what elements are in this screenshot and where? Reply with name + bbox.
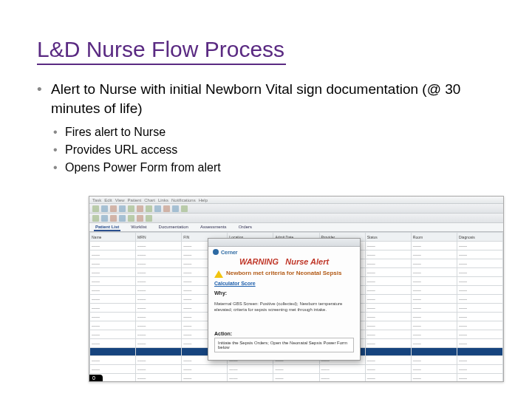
table-row[interactable]: ––––––––––––––––––––––––––––––––––––: [90, 374, 503, 383]
action-body[interactable]: Initiate the Sepsis Orders; Open the Neo…: [214, 338, 354, 352]
toolbar-row-1: [89, 204, 503, 214]
table-cell: ––––: [273, 365, 319, 374]
table-cell: [411, 348, 457, 356]
bullet-sub-3: Opens Power Form from alert: [53, 159, 495, 177]
table-cell: ––––: [411, 356, 457, 365]
dialog-titlebar[interactable]: [208, 239, 360, 247]
table-cell: ––––: [319, 374, 365, 383]
tool-icon[interactable]: [101, 215, 108, 222]
table-cell: ––––: [365, 286, 411, 295]
tool-icon[interactable]: [128, 205, 134, 212]
table-cell: ––––: [90, 304, 136, 313]
table-cell: ––––: [457, 242, 502, 250]
table-cell: ––––: [365, 356, 411, 365]
menu-patient[interactable]: Patient: [128, 198, 142, 202]
menu-help[interactable]: Help: [199, 198, 208, 202]
table-cell: ––––: [457, 268, 502, 277]
table-cell: ––––: [319, 365, 365, 374]
col-h[interactable]: Status: [365, 233, 411, 242]
col-h[interactable]: Name: [90, 233, 136, 242]
table-cell: ––––: [182, 365, 228, 374]
table-row[interactable]: ––––––––––––––––––––––––––––––––––––: [90, 365, 503, 374]
tab-documentation[interactable]: Documentation: [157, 225, 190, 231]
table-cell: ––––: [136, 286, 182, 295]
col-h[interactable]: Room: [411, 233, 457, 242]
table-cell: ––––: [457, 259, 502, 268]
bullet-main: Alert to Nurse with initial Newborn Vita…: [37, 80, 495, 117]
table-cell: ––––: [136, 321, 182, 330]
table-cell: ––––: [411, 277, 457, 286]
tool-icon[interactable]: [146, 215, 152, 222]
table-cell: ––––: [136, 374, 182, 383]
table-cell: ––––: [411, 330, 457, 339]
table-cell: ––––: [457, 304, 502, 313]
table-cell: ––––: [90, 250, 136, 259]
menu-notifications[interactable]: Notifications: [171, 198, 196, 202]
emr-screenshot: Task Edit View Patient Chart Links Notif…: [89, 196, 504, 382]
nurse-alert-dialog: Cerner WARNING Nurse Alert Newborn met c…: [208, 238, 361, 361]
table-cell: ––––: [90, 321, 136, 330]
col-h[interactable]: Diagnosis: [457, 233, 502, 242]
menu-view[interactable]: View: [115, 198, 125, 202]
table-cell: ––––: [136, 295, 182, 304]
tab-orders[interactable]: Orders: [237, 225, 253, 231]
bullet-sub-2: Provides URL access: [53, 141, 495, 159]
table-cell: ––––: [365, 259, 411, 268]
tool-icon[interactable]: [137, 205, 143, 212]
menu-links[interactable]: Links: [158, 198, 168, 202]
tab-assessments[interactable]: Assessments: [199, 225, 228, 231]
tool-icon[interactable]: [110, 205, 117, 212]
table-cell: ––––: [90, 259, 136, 268]
table-cell: ––––: [90, 295, 136, 304]
corner-tab[interactable]: 0: [89, 375, 103, 381]
table-cell: ––––: [365, 277, 411, 286]
tool-icon[interactable]: [119, 215, 126, 222]
tool-icon[interactable]: [154, 205, 161, 212]
table-cell: ––––: [365, 242, 411, 250]
table-cell: ––––: [365, 330, 411, 339]
calculator-score-link[interactable]: Calculator Score: [214, 281, 256, 286]
tool-icon[interactable]: [101, 205, 108, 212]
table-cell: ––––: [136, 250, 182, 259]
tab-worklist[interactable]: Worklist: [129, 225, 148, 231]
table-cell: [457, 348, 502, 356]
tab-patient-list[interactable]: Patient List: [94, 225, 120, 231]
table-cell: ––––: [411, 304, 457, 313]
tool-icon[interactable]: [172, 205, 179, 212]
menu-chart[interactable]: Chart: [144, 198, 155, 202]
tool-icon[interactable]: [110, 215, 117, 222]
table-cell: ––––: [228, 374, 273, 383]
table-cell: ––––: [90, 268, 136, 277]
tool-icon[interactable]: [146, 205, 152, 212]
table-cell: ––––: [182, 374, 228, 383]
menu-task[interactable]: Task: [92, 198, 101, 202]
brand-text: Cerner: [221, 250, 238, 255]
table-cell: ––––: [365, 339, 411, 348]
brand-dot-icon: [213, 249, 219, 255]
table-cell: ––––: [365, 268, 411, 277]
table-cell: ––––: [457, 277, 502, 286]
why-label: Why:: [208, 286, 360, 297]
table-cell: ––––: [457, 313, 502, 321]
table-cell: ––––: [136, 277, 182, 286]
menubar: Task Edit View Patient Chart Links Notif…: [89, 197, 503, 204]
tool-icon[interactable]: [181, 205, 188, 212]
tool-icon[interactable]: [119, 205, 126, 212]
tool-icon[interactable]: [92, 205, 99, 212]
alert-heading-warning: WARNING: [239, 257, 279, 266]
table-cell: ––––: [411, 365, 457, 374]
brand-logo: Cerner: [208, 247, 360, 255]
table-cell: ––––: [457, 321, 502, 330]
tool-icon[interactable]: [92, 215, 99, 222]
menu-edit[interactable]: Edit: [104, 198, 112, 202]
tool-icon[interactable]: [128, 215, 134, 222]
table-cell: ––––: [411, 259, 457, 268]
table-cell: ––––: [90, 277, 136, 286]
tool-icon[interactable]: [163, 205, 170, 212]
tool-icon[interactable]: [137, 215, 143, 222]
table-cell: ––––: [136, 365, 182, 374]
table-cell: ––––: [90, 356, 136, 365]
table-cell: ––––: [411, 374, 457, 383]
col-h[interactable]: MRN: [136, 233, 182, 242]
table-cell: ––––: [90, 313, 136, 321]
